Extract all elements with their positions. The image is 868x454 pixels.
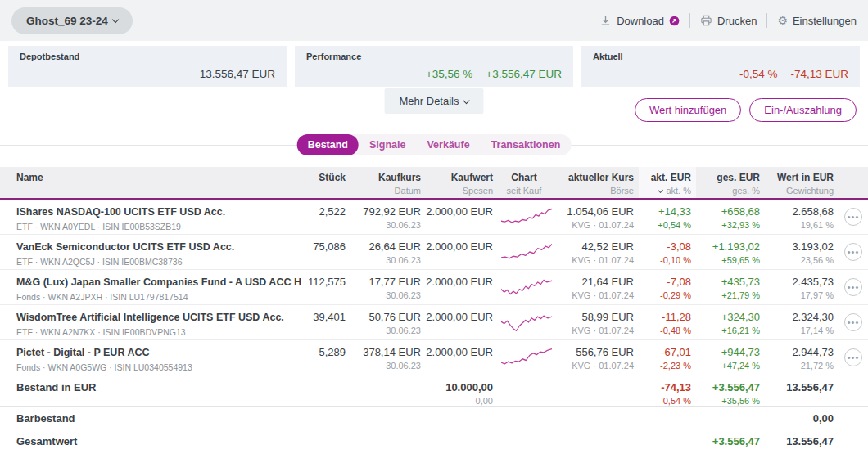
row-menu-cell: ••• xyxy=(839,270,868,304)
current-change-card: Aktuell -0,54 % -74,13 EUR xyxy=(581,46,860,87)
asset-name-link[interactable]: M&G (Lux) Japan Smaller Companies Fund -… xyxy=(16,276,301,288)
asset-name-link[interactable]: Pictet - Digital - P EUR ACC xyxy=(16,347,150,358)
tabs-row: BestandSignaleVerkäufeTransaktionen xyxy=(0,134,868,155)
column-header-aktueller-kurs[interactable]: aktueller KursBörse xyxy=(555,167,639,198)
kaufkurs-cell: 792,92 EUR30.06.23 xyxy=(350,200,426,234)
asset-name-link[interactable]: iShares NASDAQ-100 UCITS ETF USD Acc. xyxy=(16,206,225,218)
bestand-akt-cell: -74,13 -0,54 % xyxy=(639,375,696,407)
ges-eur-cell: +658,68+32,93 % xyxy=(696,200,765,234)
depot-balance-value: 13.556,47 EUR xyxy=(200,68,275,80)
settings-label: Einstellungen xyxy=(793,15,857,27)
table-row: VanEck Semiconductor UCITS ETF USD Acc. … xyxy=(0,235,868,270)
deposit-withdraw-button[interactable]: Ein-/Auszahlung xyxy=(749,98,857,122)
tab-verkäufe[interactable]: Verkäufe xyxy=(416,134,480,155)
column-header-ges-eur[interactable]: ges. EURges. % xyxy=(696,167,765,198)
ges-eur-cell: +435,73+21,79 % xyxy=(696,270,765,304)
asset-name-link[interactable]: VanEck Semiconductor UCITS ETF USD Acc. xyxy=(16,241,234,253)
sparkline-chart xyxy=(498,270,555,304)
asset-name-link[interactable]: WisdomTree Artificial Intelligence UCITS… xyxy=(16,312,284,323)
performance-label: Performance xyxy=(306,52,562,61)
asset-meta: ETF · WKN A2N7KX · ISIN IE00BDVPNG13 xyxy=(16,327,290,338)
row-menu-cell: ••• xyxy=(839,340,868,375)
toolbar: Download Drucken ⚙ Einstellungen xyxy=(599,13,857,28)
toolbar-divider xyxy=(689,13,690,28)
gesamtwert-label: Gesamtwert xyxy=(16,435,77,447)
row-menu-cell: ••• xyxy=(839,305,868,339)
tab-signale[interactable]: Signale xyxy=(359,134,416,155)
bestand-ges-cell: +3.556,47 +35,56 % xyxy=(696,375,765,407)
sort-chevron-down-icon xyxy=(658,187,663,193)
wert-cell: 2.435,7317,97 % xyxy=(765,270,839,304)
row-menu-button[interactable]: ••• xyxy=(844,243,862,261)
wert-cell: 2.324,3017,14 % xyxy=(765,305,839,339)
row-menu-button[interactable]: ••• xyxy=(844,313,862,331)
download-icon xyxy=(599,15,612,27)
chevron-down-icon xyxy=(112,16,119,23)
gesamtwert-ges-cell: +3.556,47 xyxy=(696,429,765,452)
asset-name-cell: VanEck Semiconductor UCITS ETF USD Acc. … xyxy=(0,235,295,269)
row-menu-button[interactable]: ••• xyxy=(844,278,862,296)
kaufkurs-cell: 50,76 EUR30.06.23 xyxy=(350,305,426,339)
holdings-table: Name Stück KaufkursDatumKaufwertSpesenCh… xyxy=(0,167,868,452)
depot-balance-label: Depotbestand xyxy=(20,52,275,61)
asset-meta: ETF · WKN A0YEDL · ISIN IE00B53SZB19 xyxy=(16,222,290,232)
column-header-wert-in-eur[interactable]: Wert in EURGewichtung xyxy=(765,167,839,198)
stueck-cell: 39,401 xyxy=(295,305,350,339)
sparkline-chart xyxy=(498,340,555,375)
asset-meta: ETF · WKN A2QC5J · ISIN IE00BMC38736 xyxy=(16,257,290,267)
column-header-kaufkurs[interactable]: KaufkursDatum xyxy=(350,167,426,198)
depot-balance-card: Depotbestand 13.556,47 EUR xyxy=(8,46,287,87)
column-header-name[interactable]: Name xyxy=(0,167,295,198)
bestand-wert-cell: 13.556,47 xyxy=(765,375,839,407)
top-bar: Ghost_69 23-24 Download Druc xyxy=(0,0,868,41)
column-header-akt-eur[interactable]: akt. EURakt. % xyxy=(639,167,696,198)
column-header-kaufwert[interactable]: KaufwertSpesen xyxy=(426,167,498,198)
stueck-cell: 5,289 xyxy=(295,340,350,375)
table-body: iShares NASDAQ-100 UCITS ETF USD Acc. ET… xyxy=(0,200,868,375)
ellipsis-icon: ••• xyxy=(848,213,860,222)
akt-eur-cell: -67,01-2,23 % xyxy=(639,340,696,375)
table-row: iShares NASDAQ-100 UCITS ETF USD Acc. ET… xyxy=(0,200,868,235)
more-details-button[interactable]: Mehr Details xyxy=(385,88,484,114)
kaufwert-cell: 2.000,00 EUR xyxy=(426,270,498,304)
asset-name-cell: iShares NASDAQ-100 UCITS ETF USD Acc. ET… xyxy=(0,200,295,234)
sparkline-chart xyxy=(498,235,555,269)
ges-eur-cell: +944,73+47,24 % xyxy=(696,340,765,375)
tab-transaktionen[interactable]: Transaktionen xyxy=(481,134,572,155)
account-selector[interactable]: Ghost_69 23-24 xyxy=(11,7,133,34)
row-menu-button[interactable]: ••• xyxy=(844,208,862,226)
column-header-chart[interactable]: Chartseit Kauf xyxy=(498,167,555,198)
print-button[interactable]: Drucken xyxy=(700,15,757,27)
controls-row: Mehr Details Wert hinzufügen Ein-/Auszah… xyxy=(0,87,868,124)
ellipsis-icon: ••• xyxy=(848,283,860,292)
performance-value: +3.556,47 EUR xyxy=(486,68,562,80)
printer-icon xyxy=(700,15,712,26)
ges-eur-cell: +324,30+16,21 % xyxy=(696,305,765,339)
download-button[interactable]: Download xyxy=(599,15,680,27)
performance-percent: +35,56 % xyxy=(426,68,472,80)
aktueller-kurs-cell: 556,76 EURKVG · 01.07.24 xyxy=(555,340,639,375)
asset-name-cell: M&G (Lux) Japan Smaller Companies Fund -… xyxy=(0,270,295,304)
aktueller-kurs-cell: 58,99 EURKVG · 01.07.24 xyxy=(555,305,639,339)
tabs-group: BestandSignaleVerkäufeTransaktionen xyxy=(297,134,572,155)
ellipsis-icon: ••• xyxy=(848,353,860,362)
table-row: WisdomTree Artificial Intelligence UCITS… xyxy=(0,305,868,340)
row-menu-button[interactable]: ••• xyxy=(844,348,862,366)
bestand-kaufwert-cell: 10.000,00 0,00 xyxy=(426,375,498,407)
column-header-stück[interactable]: Stück xyxy=(295,167,350,198)
summary-cards: Depotbestand 13.556,47 EUR Performance +… xyxy=(0,41,868,87)
current-change-percent: -0,54 % xyxy=(739,68,778,80)
add-value-button[interactable]: Wert hinzufügen xyxy=(635,98,741,122)
settings-button[interactable]: ⚙ Einstellungen xyxy=(777,15,857,27)
sparkline-chart xyxy=(498,305,555,339)
akt-eur-cell: +14,33+0,54 % xyxy=(639,200,696,234)
more-details-label: Mehr Details xyxy=(400,95,459,107)
asset-meta: Fonds · WKN A2JPXH · ISIN LU1797817514 xyxy=(16,292,290,303)
account-selector-label: Ghost_69 23-24 xyxy=(26,15,108,27)
print-label: Drucken xyxy=(717,15,757,27)
aktueller-kurs-cell: 21,64 EURKVG · 01.07.24 xyxy=(555,270,639,304)
download-label: Download xyxy=(617,15,664,27)
chevron-down-icon xyxy=(463,97,469,103)
row-menu-cell: ••• xyxy=(839,200,868,234)
tab-bestand[interactable]: Bestand xyxy=(297,134,359,155)
